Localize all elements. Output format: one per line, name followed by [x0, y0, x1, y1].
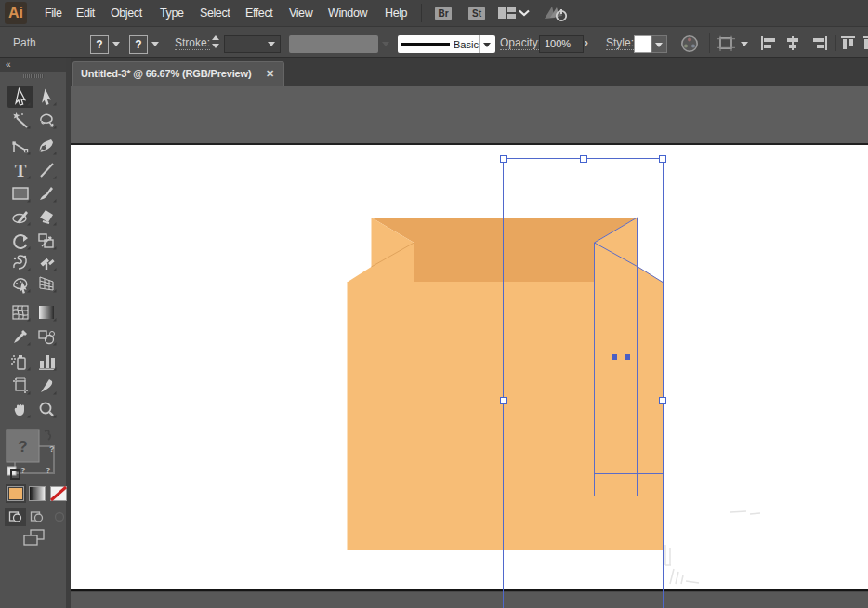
svg-text:T: T [15, 161, 27, 180]
svg-text:?: ? [49, 444, 55, 454]
svg-text:?: ? [18, 438, 27, 456]
svg-text:?: ? [46, 466, 51, 475]
svg-text:?: ? [20, 466, 26, 475]
